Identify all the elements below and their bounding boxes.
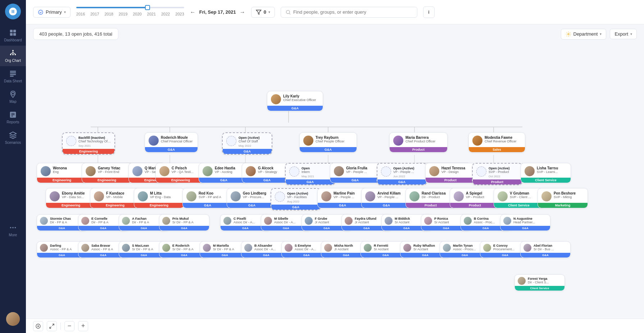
- org-card-pen[interactable]: Pen Beshore SVP - Mktng Marketing: [538, 188, 588, 208]
- org-card-cpo-product[interactable]: Maria Barrera Chief Product Officer Prod…: [389, 132, 448, 152]
- naugustine-avatar: [503, 217, 511, 225]
- msibelle-avatar: [264, 217, 272, 225]
- org-card-cpeisch[interactable]: C Peisch VP - QA Testi... Engineering: [155, 163, 206, 183]
- dept-chevron-icon: ▾: [600, 32, 602, 36]
- svg-rect-14: [10, 74, 16, 75]
- zoom-out-button[interactable]: −: [64, 321, 74, 331]
- svg-point-16: [12, 92, 14, 95]
- sidebar-item-map[interactable]: Map: [0, 87, 26, 107]
- org-card-cro[interactable]: Modestia Fawne Chief Revenue Officer Sal…: [468, 132, 525, 152]
- edee-avatar: [203, 166, 213, 176]
- org-card-edee[interactable]: Edee Hastla VP - Accting G&A: [199, 163, 249, 183]
- org-card-cpo-people[interactable]: Trey Rayburn Chief People Officer G&A: [299, 132, 357, 152]
- org-card-open-svp-people[interactable]: Open (Active) VP - People ... Jun 2022 G…: [377, 163, 427, 185]
- org-card-hazel[interactable]: Hazel Teressa VP - Design Product: [425, 163, 476, 183]
- aspiegel-avatar: [454, 191, 464, 201]
- toolbar-separator: [60, 323, 61, 330]
- org-card-cto[interactable]: Backfill (Inactive) Chief Technology Off…: [62, 132, 115, 155]
- expand-button[interactable]: [47, 321, 57, 331]
- galcock-avatar: [246, 166, 256, 176]
- svg-line-11: [13, 53, 15, 54]
- org-card-redkoo[interactable]: Red Koo SVP - FP and A G&A: [182, 188, 233, 208]
- abelflorian-avatar: [523, 244, 531, 252]
- timeline[interactable]: 2016 2017 2018 2019 2020 2021 2022 2023: [76, 7, 184, 18]
- svg-rect-15: [10, 76, 14, 77]
- darling-avatar: [40, 244, 48, 252]
- sababravar-avatar: [81, 244, 89, 252]
- org-card-open-vp-fac[interactable]: Open (Active) VP - Facilities Aug 2022 G…: [271, 188, 321, 210]
- org-card-fkandace[interactable]: F Kandace VP - Mobile Engineering: [90, 188, 140, 208]
- org-card-gloria[interactable]: Gloria Frulla VP - People ... G&A: [330, 163, 380, 183]
- department-button[interactable]: Department ▾: [561, 29, 607, 40]
- svg-point-6: [12, 54, 14, 55]
- org-card-wenona[interactable]: Wenona Eng Engineering: [37, 163, 87, 183]
- org-chart-canvas[interactable]: Lily Karly Chief Executive Officer G&A B…: [26, 44, 644, 319]
- bottom-toolbar: − +: [26, 319, 644, 333]
- org-card-ebony[interactable]: Ebony Amitie VP - Data Sci... Engineerin…: [46, 188, 96, 208]
- primary-chevron-icon: ▾: [64, 10, 66, 14]
- svg-point-4: [12, 50, 14, 51]
- timeline-thumb[interactable]: [145, 5, 150, 10]
- export-button[interactable]: Export ▾: [610, 29, 637, 39]
- org-card-lisha[interactable]: Lisha Tarrsu SVP - Learni... Client Serv…: [521, 163, 571, 183]
- econroy-avatar: [483, 244, 491, 252]
- bcorrina-avatar: [464, 217, 472, 225]
- svg-rect-2: [10, 33, 13, 36]
- zoom-in-button[interactable]: +: [78, 321, 88, 331]
- org-card-mlitta[interactable]: M Litta VP Eng - Data Engineering: [134, 188, 184, 208]
- rferretti-avatar: [364, 244, 372, 252]
- gloria-avatar: [334, 166, 344, 176]
- timeline-track[interactable]: [76, 7, 184, 8]
- timeline-labels: 2016 2017 2018 2019 2020 2021 2022 2023: [76, 12, 184, 16]
- org-card-garvey[interactable]: Garvey Yetac VP - Front End Engineering: [82, 163, 132, 183]
- org-card-arvind[interactable]: Arvind Killam VP - People ... G&A: [361, 188, 412, 208]
- sidebar: Dashboard Org Chart Data Sheet Map Repor…: [0, 0, 26, 333]
- date-navigator: ← Fri, Sep 17, 2021 →: [190, 9, 245, 15]
- org-card-abelflorian[interactable]: Abel Florian Sr Dir - Bus ... G&A: [520, 241, 571, 258]
- app-logo[interactable]: [5, 4, 21, 19]
- sidebar-item-reports[interactable]: Reports: [0, 107, 26, 128]
- org-card-naugustine[interactable]: N Augustine Head Partner... G&A: [500, 214, 550, 231]
- export-chevron-icon: ▾: [630, 32, 632, 36]
- org-card-rand[interactable]: Rand Clarissa Dir - Product Product: [405, 188, 456, 208]
- prev-date-button[interactable]: ←: [190, 9, 196, 15]
- svg-point-5: [10, 54, 12, 55]
- add-node-button[interactable]: [33, 321, 43, 331]
- sidebar-item-data-sheet[interactable]: Data Sheet: [0, 66, 26, 87]
- org-card-ceo[interactable]: Lily Karly Chief Executive Officer G&A: [267, 91, 323, 111]
- open-vp-fac-avatar: [275, 192, 285, 202]
- org-card-galcock[interactable]: G Alcock VP - Strategy G&A: [242, 163, 292, 183]
- sidebar-item-scenarios[interactable]: Scenarios: [0, 128, 26, 148]
- filter-button[interactable]: 0 ▾: [251, 7, 275, 18]
- org-card-forest[interactable]: Forest Yerga Dir - Client S... Client Se…: [514, 274, 565, 291]
- primary-view-button[interactable]: Primary ▾: [33, 7, 71, 18]
- user-avatar[interactable]: [6, 312, 20, 326]
- org-card-marline[interactable]: Marline Pain VP - People ... G&A: [317, 188, 368, 208]
- org-card-prismukul[interactable]: Pris Mukul Sr Dir - FP & A G&A: [159, 214, 209, 231]
- org-card-open-intern[interactable]: Open Intern May 2021 G&A: [285, 163, 335, 185]
- sidebar-item-more[interactable]: More: [0, 220, 26, 241]
- org-card-open-svp-product[interactable]: Open (Active) SVP - Product Oct 2022 Pro…: [472, 163, 522, 185]
- lisha-avatar: [525, 166, 535, 176]
- org-card-cos[interactable]: Open (Active) Chief Of Staff May 2022 G&…: [222, 132, 272, 155]
- next-date-button[interactable]: →: [240, 9, 245, 15]
- org-card-aspiegel[interactable]: A Spiegel VP - Product Product: [450, 188, 500, 208]
- svg-point-19: [15, 227, 16, 228]
- arvind-avatar: [365, 191, 375, 201]
- pronica-avatar: [424, 217, 432, 225]
- eroderich-avatar: [162, 244, 170, 252]
- org-card-geo[interactable]: Geo Lindberg VP - Procure... G&A: [227, 188, 277, 208]
- sidebar-item-org-chart[interactable]: Org Chart: [0, 46, 26, 66]
- svg-rect-1: [13, 30, 16, 32]
- org-card-cfo[interactable]: Roderich Moule Chief Financial Officer G…: [145, 132, 198, 152]
- search-container: [281, 7, 417, 18]
- forest-avatar: [518, 277, 526, 285]
- search-input[interactable]: [293, 9, 413, 15]
- svg-point-17: [10, 227, 12, 228]
- cpiselli-avatar: [223, 217, 231, 225]
- timeline-fill: [76, 7, 150, 8]
- info-button[interactable]: i: [423, 6, 435, 18]
- ceo-avatar: [271, 94, 281, 104]
- sidebar-item-dashboard[interactable]: Dashboard: [0, 25, 26, 46]
- org-card-vgrubman[interactable]: V Grubman SVP - Client ... Client Servic…: [494, 188, 544, 208]
